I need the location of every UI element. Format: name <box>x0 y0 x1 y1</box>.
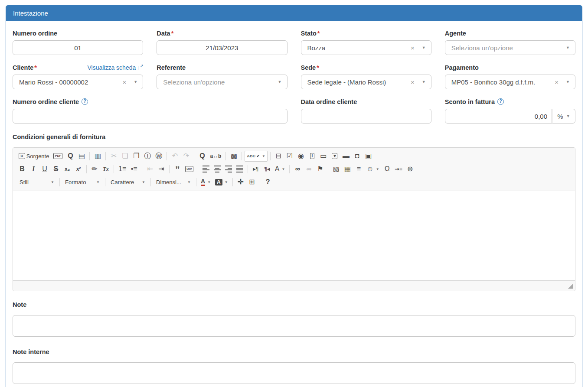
form-button[interactable]: ⊟ <box>273 151 284 162</box>
align-center-button-icon <box>214 166 221 172</box>
form-row-2: Cliente* Visualizza scheda Mario Rossi -… <box>13 55 575 89</box>
preview-button[interactable]: Q <box>65 151 75 162</box>
agente-select[interactable]: Seleziona un'opzione ▼ <box>445 40 575 55</box>
referente-select[interactable]: Seleziona un'opzione ▼ <box>157 75 287 89</box>
export-pdf-button[interactable]: PDF <box>52 151 64 162</box>
font-combo[interactable]: Carattere▼ <box>108 177 148 188</box>
maximize-button[interactable]: ✛ <box>235 177 246 188</box>
align-justify-button[interactable] <box>235 164 245 175</box>
text-color-button[interactable]: A▼ <box>199 177 212 188</box>
help-icon[interactable]: ? <box>82 98 88 105</box>
anchor-button[interactable]: ⚑ <box>315 164 325 175</box>
table-button[interactable]: ▦ <box>342 164 353 175</box>
sconto-input[interactable] <box>445 109 552 124</box>
pagamento-select[interactable]: MP05 - Bonifico 30gg d.f.f.m. × ▼ <box>445 75 575 89</box>
stato-label: Stato <box>301 30 317 37</box>
numbered-list-button[interactable]: 1≡ <box>117 164 128 175</box>
show-blocks-button[interactable]: ⊞ <box>247 177 257 188</box>
about-button[interactable]: ? <box>263 177 273 188</box>
special-char-button[interactable]: Ω <box>382 164 392 175</box>
blockquote-button[interactable]: ” <box>172 164 183 175</box>
cut-button[interactable]: ✂ <box>108 151 119 162</box>
div-container-button[interactable]: DIV <box>183 164 195 175</box>
page-break-button[interactable]: ⇢≡ <box>393 164 404 175</box>
italic-button[interactable]: I <box>28 164 39 175</box>
source-button[interactable]: ‹›Sorgente <box>17 151 51 162</box>
templates-button[interactable]: ▥ <box>92 151 103 162</box>
underline-button-icon: U <box>42 166 47 172</box>
image-button-button[interactable]: ◘ <box>352 151 363 162</box>
horizontal-rule-button[interactable]: ≡ <box>353 164 364 175</box>
replace-button[interactable]: a↔b <box>208 151 223 162</box>
strikethrough-button[interactable]: S <box>51 164 61 175</box>
bold-button[interactable]: B <box>17 164 27 175</box>
link-button[interactable]: ∞ <box>292 164 303 175</box>
paste-word-button[interactable]: Ⓦ <box>154 151 164 162</box>
language-button[interactable]: A▼ <box>273 164 287 175</box>
sconto-unit-select[interactable]: % ▼ <box>552 109 575 124</box>
data-ordine-cliente-input[interactable] <box>301 109 431 124</box>
note-textarea[interactable] <box>13 315 575 337</box>
text-field-button[interactable]: I <box>307 151 317 162</box>
indent-button[interactable]: ⇥ <box>156 164 167 175</box>
caret-down-icon: ▼ <box>566 46 570 50</box>
caret-down-icon: ▼ <box>134 80 137 84</box>
paste-text-button[interactable]: Ⓣ <box>142 151 153 162</box>
paste-button[interactable]: ❐ <box>131 151 141 162</box>
bidi-rtl-button[interactable]: ¶◂ <box>262 164 272 175</box>
subscript-button[interactable]: x₂ <box>62 164 72 175</box>
format-combo[interactable]: Formato▼ <box>62 177 102 188</box>
superscript-button[interactable]: x² <box>73 164 84 175</box>
copy-button[interactable]: ❏ <box>120 151 130 162</box>
image-button-button-icon: ◘ <box>355 153 359 159</box>
redo-button[interactable]: ↷ <box>181 151 191 162</box>
smiley-button[interactable]: ☺▼ <box>365 164 381 175</box>
unlink-button[interactable]: ∞ <box>304 164 314 175</box>
select-field-button[interactable]: ▾ <box>330 151 340 162</box>
find-button[interactable]: Q <box>197 151 207 162</box>
clear-icon[interactable]: × <box>552 78 561 86</box>
remove-format-button[interactable]: Tx <box>101 164 111 175</box>
numero-ordine-input[interactable] <box>13 40 143 55</box>
note-interne-textarea[interactable] <box>13 362 575 384</box>
clear-icon[interactable]: × <box>408 78 417 86</box>
bulleted-list-button[interactable]: •≡ <box>129 164 139 175</box>
resize-handle-icon[interactable] <box>568 284 573 289</box>
cliente-select[interactable]: Mario Rossi - 00000002 × ▼ <box>13 75 143 89</box>
toolbar-separator <box>105 178 105 186</box>
size-combo[interactable]: Dimensi...▼ <box>154 177 193 188</box>
editor-content-area[interactable] <box>13 191 575 280</box>
sede-select[interactable]: Sede legale - (Mario Rossi) × ▼ <box>301 75 431 89</box>
textarea-button[interactable]: ▭ <box>318 151 329 162</box>
stato-select[interactable]: Bozza × ▼ <box>301 40 431 55</box>
hidden-field-button[interactable]: ▣ <box>363 151 374 162</box>
styles-combo[interactable]: Stili▼ <box>17 177 57 188</box>
outdent-button[interactable]: ⇤ <box>145 164 155 175</box>
print-button[interactable]: ▤ <box>76 151 87 162</box>
select-all-button[interactable]: ▩ <box>229 151 239 162</box>
bidi-ltr-button[interactable]: ▸¶ <box>251 164 261 175</box>
undo-button[interactable]: ↶ <box>170 151 180 162</box>
data-input[interactable] <box>157 40 287 55</box>
spellcheck-button[interactable]: ABC ✔▼ <box>245 151 267 162</box>
required-asterisk: * <box>317 64 319 71</box>
numero-ordine-cliente-input[interactable] <box>13 109 287 124</box>
underline-button[interactable]: U <box>39 164 50 175</box>
image-button[interactable]: ▧ <box>331 164 341 175</box>
iframe-button[interactable]: ⊛ <box>405 164 415 175</box>
copy-formatting-button[interactable]: ✏ <box>89 164 100 175</box>
toolbar-separator <box>196 178 196 186</box>
radio-button[interactable]: ◉ <box>296 151 306 162</box>
align-center-button[interactable] <box>212 164 222 175</box>
checkbox-button[interactable]: ☑ <box>284 151 295 162</box>
button-button[interactable]: ▬ <box>341 151 351 162</box>
sconto-input-group: % ▼ <box>445 109 575 124</box>
align-left-button[interactable] <box>201 164 211 175</box>
help-icon[interactable]: ? <box>497 98 504 105</box>
clear-icon[interactable]: × <box>121 78 129 86</box>
button-button-icon: ▬ <box>343 153 350 159</box>
visualizza-scheda-link[interactable]: Visualizza scheda <box>87 64 143 71</box>
align-right-button[interactable] <box>223 164 234 175</box>
clear-icon[interactable]: × <box>408 44 417 52</box>
bg-color-button[interactable]: A▼ <box>213 177 230 188</box>
